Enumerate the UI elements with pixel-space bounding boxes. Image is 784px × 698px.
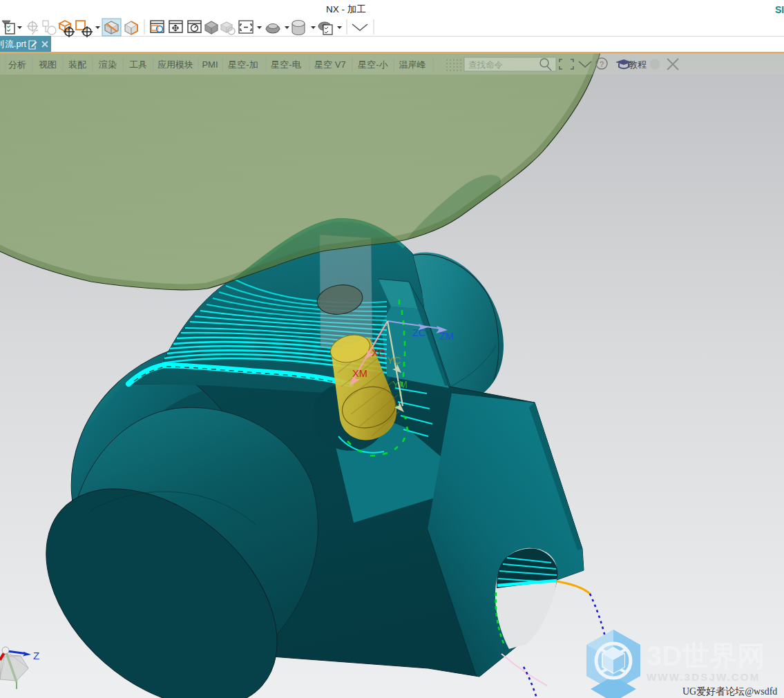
- svg-text:工具: 工具: [129, 59, 147, 70]
- svg-text:教程: 教程: [629, 59, 647, 70]
- svg-text:ZM: ZM: [439, 331, 454, 342]
- svg-text:星空-加: 星空-加: [228, 59, 258, 70]
- svg-text:PMI: PMI: [202, 59, 218, 70]
- svg-text:刂流.prt: 刂流.prt: [0, 39, 27, 49]
- svg-text:?: ?: [600, 60, 604, 68]
- svg-text:NX - 加工: NX - 加工: [326, 4, 366, 14]
- svg-text:分析: 分析: [8, 59, 26, 70]
- svg-text:SI: SI: [775, 4, 784, 15]
- svg-text:星空-小: 星空-小: [358, 59, 388, 70]
- svg-text:YC: YC: [387, 355, 401, 366]
- svg-text:应用模块: 应用模块: [157, 59, 193, 70]
- svg-text:XM: XM: [352, 368, 367, 379]
- svg-text:UG爱好者论坛@wsdfd: UG爱好者论坛@wsdfd: [682, 686, 777, 697]
- svg-text:渲染: 渲染: [98, 59, 117, 70]
- svg-text:查找命令: 查找命令: [468, 60, 503, 70]
- svg-text:装配: 装配: [68, 59, 86, 70]
- svg-text:温岸峰: 温岸峰: [399, 59, 426, 70]
- svg-text:星空-电: 星空-电: [271, 59, 300, 70]
- svg-text:ZC: ZC: [412, 327, 426, 338]
- svg-text:YM: YM: [392, 379, 408, 390]
- svg-text:视图: 视图: [39, 59, 57, 70]
- svg-text:XC: XC: [372, 347, 385, 358]
- svg-text:星空 V7: 星空 V7: [314, 59, 346, 70]
- svg-text:WWW.3DSJW.COM: WWW.3DSJW.COM: [647, 671, 760, 683]
- svg-text:Z: Z: [33, 650, 39, 661]
- svg-text:3D世界网: 3D世界网: [647, 641, 765, 671]
